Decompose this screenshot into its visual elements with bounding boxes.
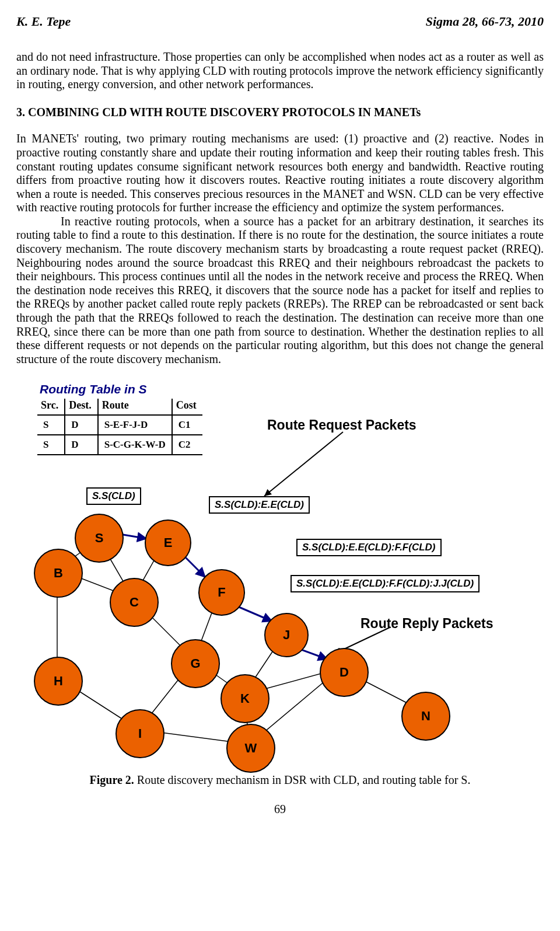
paragraph-1: and do not need infrastructure. Those pr… xyxy=(16,50,544,92)
node-c: C xyxy=(110,578,159,627)
node-i: I xyxy=(116,709,164,758)
node-j: J xyxy=(264,613,309,657)
th-cost: Cost xyxy=(172,399,202,414)
header-author: K. E. Tepe xyxy=(16,14,71,29)
rreq-label-1: S.S(CLD) xyxy=(86,487,141,505)
node-s: S xyxy=(75,514,124,563)
header-citation: Sigma 28, 66-73, 2010 xyxy=(426,14,544,29)
node-w: W xyxy=(226,724,275,773)
page-header: K. E. Tepe Sigma 28, 66-73, 2010 xyxy=(16,14,544,29)
node-k: K xyxy=(220,674,270,723)
table-row: S D S-E-F-J-D C1 xyxy=(37,415,202,435)
page-number: 69 xyxy=(16,803,544,817)
node-e: E xyxy=(145,519,191,566)
table-row: S D S-C-G-K-W-D C2 xyxy=(37,435,202,455)
node-b: B xyxy=(34,549,83,598)
paragraph-3: In reactive routing protocols, when a so… xyxy=(16,215,544,367)
node-f: F xyxy=(198,569,245,616)
section-heading: 3. COMBINING CLD WITH ROUTE DISCOVERY PR… xyxy=(16,106,544,120)
caption-text: Route discovery mechanism in DSR with CL… xyxy=(134,773,471,786)
th-dest: Dest. xyxy=(65,399,98,414)
rreq-title: Route Request Packets xyxy=(267,417,416,433)
table-header-row: Src. Dest. Route Cost xyxy=(37,399,202,414)
th-src: Src. xyxy=(37,399,65,414)
rreq-label-4: S.S(CLD):E.E(CLD):F.F(CLD):J.J(CLD) xyxy=(290,575,480,592)
node-n: N xyxy=(401,692,450,741)
paragraph-2: In MANETs' routing, two primary routing … xyxy=(16,132,544,215)
rreq-label-2: S.S(CLD):E.E(CLD) xyxy=(209,496,310,514)
routing-table: Src. Dest. Route Cost S D S-E-F-J-D C1 S… xyxy=(37,399,202,455)
caption-label: Figure 2. xyxy=(90,773,134,786)
svg-line-20 xyxy=(264,432,343,496)
figure-caption: Figure 2. Route discovery mechanism in D… xyxy=(16,773,544,787)
routing-table-title: Routing Table in S xyxy=(40,382,147,397)
rreq-label-3: S.S(CLD):E.E(CLD):F.F(CLD) xyxy=(296,539,442,556)
node-d: D xyxy=(320,648,369,697)
th-route: Route xyxy=(98,399,172,414)
figure-2: Routing Table in S Src. Dest. Route Cost… xyxy=(16,382,544,768)
rrep-title: Route Reply Packets xyxy=(360,616,494,632)
node-h: H xyxy=(34,657,83,706)
node-g: G xyxy=(171,639,220,688)
